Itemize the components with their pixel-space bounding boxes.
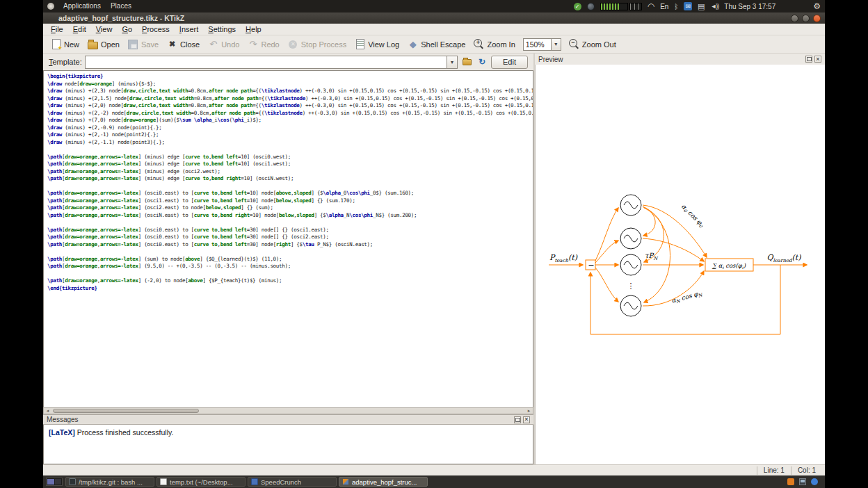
- minus-to-osci1-arrow: [595, 241, 618, 263]
- close-document-icon: [167, 39, 177, 49]
- bluetooth-icon[interactable]: ᛒ: [674, 3, 678, 10]
- code-line: \path[draw=orange,arrows=-latex] (9.5,0)…: [47, 263, 533, 270]
- zoom-in-icon: [474, 39, 484, 49]
- keyboard-icon[interactable]: ▤: [698, 3, 705, 10]
- menu-help[interactable]: Help: [241, 24, 266, 35]
- menu-settings[interactable]: Settings: [203, 24, 241, 35]
- keyboard-layout-indicator[interactable]: En: [660, 3, 668, 10]
- preview-title: Preview: [538, 56, 563, 63]
- redo-icon: [248, 39, 258, 49]
- taskbar-item[interactable]: temp.txt (~/Desktop...: [156, 477, 246, 487]
- open-template-button[interactable]: [460, 56, 473, 68]
- close-button[interactable]: Close: [163, 38, 203, 51]
- zoom-in-button[interactable]: Zoom In: [470, 38, 518, 51]
- workspace-switcher-icon[interactable]: [46, 478, 63, 486]
- zoom-out-icon: [569, 39, 579, 49]
- stop-process-button: Stop Process: [284, 38, 350, 51]
- code-line: [47, 146, 533, 154]
- code-line: \end{tikzpicture}: [47, 285, 533, 293]
- menu-view[interactable]: View: [91, 24, 118, 35]
- taskbar-item[interactable]: adaptive_hopf_struc...: [339, 477, 428, 487]
- screen: ApplicationsPlaces ✓ ◠ En ᛒ ✉ ▤ ◄)) Thu …: [0, 0, 868, 488]
- minus-node: −: [587, 261, 594, 270]
- view-log-button[interactable]: View Log: [351, 38, 403, 51]
- distributor-logo-icon[interactable]: [47, 3, 54, 10]
- shell-escape-icon: [408, 39, 418, 49]
- preview-undock-icon[interactable]: [805, 56, 812, 63]
- clock[interactable]: Thu Sep 3 17:57: [724, 3, 775, 10]
- zoom-out-button[interactable]: Zoom Out: [565, 38, 620, 51]
- stop-process-icon: [288, 39, 298, 49]
- desktop: ApplicationsPlaces ✓ ◠ En ᛒ ✉ ▤ ◄)) Thu …: [43, 0, 825, 488]
- panel-indicators: ✓ ◠ En ᛒ ✉ ▤ ◄)) Thu Sep 3 17:57 ⚙: [574, 2, 821, 10]
- tray-icon-monitor[interactable]: [799, 478, 806, 485]
- menu-insert[interactable]: Insert: [175, 24, 204, 35]
- code-line: \path[draw=orange,arrows=-latex] (osciN.…: [47, 212, 533, 220]
- panel-menu-applications[interactable]: Applications: [58, 0, 106, 13]
- template-label: Template:: [49, 58, 82, 66]
- updates-icon[interactable]: ✓: [574, 3, 581, 10]
- scrollbar-thumb[interactable]: [53, 409, 199, 413]
- menubar: FileEditViewGoProcessInsertSettingsHelp: [43, 24, 825, 35]
- preview-close-icon[interactable]: [814, 56, 821, 63]
- code-line: \path[draw=orange,arrows=-latex] (minus)…: [47, 175, 533, 183]
- tray-icon-blue-circle[interactable]: [811, 478, 818, 485]
- reload-template-button[interactable]: ↻: [476, 56, 488, 68]
- menu-process[interactable]: Process: [137, 24, 175, 35]
- panel-menu-places[interactable]: Places: [106, 0, 136, 13]
- tikz-preview-diagram: ⋮ − Pteach(t) Qlearned(t) ∑ αi cos(φi) τ…: [536, 65, 825, 464]
- menu-go[interactable]: Go: [117, 24, 137, 35]
- preview-canvas: ⋮ − Pteach(t) Qlearned(t) ∑ αi cos(φi) τ…: [535, 65, 825, 464]
- code-line: \path[draw=orange,arrows=-latex] (sum) t…: [47, 256, 533, 263]
- code-line: \draw (minus) +(7,0) node[draw=orange](s…: [47, 117, 533, 124]
- new-button[interactable]: New: [47, 38, 83, 51]
- editor-horizontal-scrollbar[interactable]: ◂ ▸: [43, 407, 533, 414]
- scroll-right-arrow-icon[interactable]: ▸: [525, 408, 533, 414]
- save-button: Save: [124, 38, 162, 51]
- volume-icon[interactable]: ◄)): [710, 3, 718, 10]
- mail-icon[interactable]: ✉: [684, 2, 692, 10]
- menu-edit[interactable]: Edit: [68, 24, 91, 35]
- tray-icon-orange-box[interactable]: [787, 478, 794, 485]
- network-icon[interactable]: [587, 3, 595, 10]
- new-document-icon: [51, 39, 61, 49]
- messages-undock-icon[interactable]: [514, 416, 521, 423]
- open-button[interactable]: Open: [84, 38, 123, 51]
- status-bar: Line: 1 Col: 1: [43, 464, 825, 475]
- code-line: [47, 270, 533, 278]
- wifi-icon[interactable]: ◠: [648, 3, 654, 10]
- taskbar-item[interactable]: /tmp/ktikz.git : bash ...: [65, 477, 154, 487]
- view-log-icon: [355, 39, 365, 49]
- minus-to-osciN-arrow: [595, 268, 618, 302]
- titlebar[interactable]: adaptive_hopf_structure.tikz - KTikZ: [43, 13, 825, 24]
- open-folder-icon: [88, 39, 98, 49]
- menu-file[interactable]: File: [46, 24, 68, 35]
- alpha0-cos-label: α0 cos φ0: [680, 203, 706, 229]
- top-panel: ApplicationsPlaces ✓ ◠ En ᛒ ✉ ▤ ◄)) Thu …: [43, 0, 825, 13]
- template-edit-button[interactable]: Edit: [491, 56, 528, 69]
- code-line: \draw (minus) +(2,-2) node[draw,circle,t…: [47, 110, 533, 117]
- session-menu-icon[interactable]: ⚙: [813, 2, 821, 10]
- code-line: \draw (minus) +(2,3) node[draw,circle,te…: [47, 88, 533, 95]
- system-monitor-icon[interactable]: [600, 3, 642, 10]
- code-line: \path[draw=orange,arrows=-latex] (minus)…: [47, 154, 533, 161]
- minimize-button[interactable]: [791, 15, 798, 22]
- taskbar-item[interactable]: SpeedCrunch: [248, 477, 337, 487]
- zoom-level-combobox[interactable]: 150% ▾: [523, 38, 561, 51]
- template-combo-dropdown-arrow[interactable]: ▾: [447, 56, 458, 69]
- zoom-combo-dropdown-arrow[interactable]: ▾: [551, 38, 561, 51]
- alphaN-cos-label: αN cos φN: [670, 289, 703, 305]
- shell-escape-button[interactable]: Shell Escape: [404, 38, 469, 51]
- code-line: \path[draw=orange,arrows=-latex] (-2,0) …: [47, 277, 533, 285]
- template-combobox[interactable]: ▾: [85, 56, 458, 69]
- messages-close-icon[interactable]: [523, 416, 530, 423]
- maximize-button[interactable]: [802, 15, 810, 22]
- template-combo-input[interactable]: [85, 56, 447, 69]
- taskbar: /tmp/ktikz.git : bash ...temp.txt (~/Des…: [43, 475, 825, 488]
- template-row: Template: ▾ ↻ Edit: [43, 54, 533, 70]
- close-button[interactable]: [813, 15, 821, 22]
- code-editor[interactable]: \begin{tikzpicture}\draw node[draw=orang…: [43, 70, 533, 407]
- zoom-level-value[interactable]: 150%: [523, 38, 551, 51]
- scroll-left-arrow-icon[interactable]: ◂: [44, 408, 51, 414]
- undo-button: Undo: [204, 38, 243, 51]
